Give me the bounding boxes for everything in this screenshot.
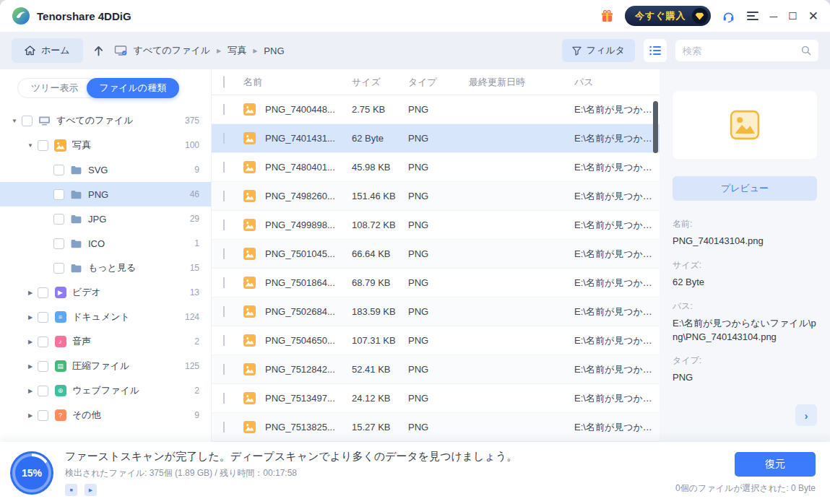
table-row[interactable]: PNG_7512842...52.41 KBPNGE:\名前が見つか… [212, 355, 660, 384]
table-row[interactable]: PNG_7480401...45.98 KBPNGE:\名前が見つか… [212, 153, 660, 182]
breadcrumb-item-all-files[interactable]: すべてのファイル [134, 44, 210, 57]
tree-item-jpg[interactable]: JPG29 [0, 207, 211, 231]
resume-scan-button[interactable]: ▶ [85, 484, 97, 496]
file-size: 66.64 KB [352, 248, 408, 259]
home-button[interactable]: ホーム [12, 38, 83, 63]
maximize-button[interactable]: ☐ [788, 11, 797, 21]
sidebar-tabs: ツリー表示 ファイルの種類 [17, 78, 211, 98]
breadcrumb-item-png[interactable]: PNG [264, 45, 284, 56]
tree-item-checkbox[interactable] [38, 386, 48, 396]
row-checkbox[interactable] [223, 422, 225, 433]
row-checkbox[interactable] [223, 306, 225, 317]
tree-item-ico[interactable]: ICO1 [0, 231, 211, 256]
chevron-right-icon[interactable]: ▶ [23, 314, 38, 321]
tree-item-audio[interactable]: ▶♪音声2 [0, 329, 211, 354]
tree-item-documents[interactable]: ▶≡ドキュメント124 [0, 305, 211, 329]
tree-item-checkbox[interactable] [53, 189, 64, 200]
buy-now-button[interactable]: 今すぐ購入 [625, 6, 711, 26]
select-all-checkbox[interactable] [223, 76, 225, 88]
menu-icon[interactable] [746, 11, 759, 21]
tree-item-video[interactable]: ▶▶ビデオ13 [0, 280, 211, 305]
recover-button[interactable]: 復元 [735, 452, 816, 477]
footer-bar: 15% ファーストスキャンが完了した。ディープスキャンでより多くのデータを見つけ… [0, 442, 830, 504]
scrollbar-thumb[interactable] [653, 101, 658, 153]
up-arrow-icon[interactable] [93, 45, 104, 56]
tree-item-svg[interactable]: SVG9 [0, 157, 211, 182]
image-placeholder-icon [730, 110, 760, 140]
tree-item-archive[interactable]: ▶▤圧縮ファイル125 [0, 354, 211, 378]
gift-icon[interactable] [600, 9, 614, 23]
file-details: 名前: PNG_740143104.png サイズ: 62 Byte パス: E… [673, 218, 817, 385]
tree-item-all-files[interactable]: ▼すべてのファイル375 [0, 108, 211, 133]
scan-progress-percent: 15% [22, 467, 42, 479]
tree-item-checkbox[interactable] [53, 238, 64, 249]
file-name: PNG_7499898... [265, 220, 352, 230]
row-checkbox[interactable] [223, 277, 225, 288]
table-row[interactable]: PNG_7498260...151.46 KBPNGE:\名前が見つか… [212, 182, 660, 211]
tree-item-more[interactable]: もっと見る15 [0, 256, 211, 280]
support-icon[interactable] [722, 9, 735, 23]
row-checkbox[interactable] [223, 248, 225, 259]
table-row[interactable]: PNG_7513825...15.27 KBPNGE:\名前が見つか… [212, 413, 660, 442]
column-header-size[interactable]: サイズ [352, 76, 408, 89]
tab-tree-view[interactable]: ツリー表示 [17, 78, 98, 98]
chevron-right-icon[interactable]: ▶ [23, 412, 38, 419]
row-checkbox[interactable] [223, 133, 225, 144]
detail-path-value: E:\名前が見つからないファイル\png\PNG_740143104.png [673, 317, 817, 344]
table-row[interactable]: PNG_7502684...183.59 KBPNGE:\名前が見つか… [212, 297, 660, 326]
tab-file-type[interactable]: ファイルの種類 [87, 78, 180, 98]
column-header-path[interactable]: パス [574, 76, 660, 89]
chevron-right-icon[interactable]: ▶ [23, 339, 38, 345]
breadcrumb-item-photos[interactable]: 写真 [228, 44, 246, 57]
table-row[interactable]: PNG_7501045...66.64 KBPNGE:\名前が見つか… [212, 240, 660, 269]
row-checkbox[interactable] [223, 220, 225, 230]
tree-item-checkbox[interactable] [38, 312, 48, 323]
tree-item-checkbox[interactable] [53, 165, 64, 175]
filter-button[interactable]: フィルタ [562, 39, 635, 62]
tree-item-checkbox[interactable] [53, 214, 64, 225]
tree-item-checkbox[interactable] [38, 140, 48, 151]
tree-item-checkbox[interactable] [38, 361, 48, 372]
tree-item-checkbox[interactable] [22, 116, 33, 126]
column-header-type[interactable]: タイプ [408, 76, 469, 89]
row-checkbox[interactable] [223, 335, 225, 346]
column-header-name[interactable]: 名前 [243, 76, 352, 89]
next-file-button[interactable]: › [795, 404, 817, 426]
table-row[interactable]: PNG_7499898...108.72 KBPNGE:\名前が見つか… [212, 211, 660, 240]
table-row[interactable]: PNG_7504650...107.31 KBPNGE:\名前が見つか… [212, 326, 660, 355]
tree-item-checkbox[interactable] [38, 410, 48, 421]
search-icon[interactable] [801, 45, 811, 56]
tree-item-count: 1 [194, 238, 211, 248]
stop-scan-button[interactable]: ■ [65, 484, 77, 496]
table-row[interactable]: PNG_7501864...68.79 KBPNGE:\名前が見つか… [212, 269, 660, 297]
tree-item-photos[interactable]: ▼写真100 [0, 133, 211, 157]
file-size: 24.12 KB [352, 393, 408, 404]
row-checkbox[interactable] [223, 393, 225, 404]
column-header-modified[interactable]: 最終更新日時 [469, 76, 574, 89]
tree-item-other[interactable]: ▶?その他9 [0, 403, 211, 427]
row-checkbox[interactable] [223, 104, 225, 115]
preview-button[interactable]: プレビュー [673, 176, 817, 201]
table-row[interactable]: PNG_7401431...62 BytePNGE:\名前が見つか… [212, 124, 660, 153]
row-checkbox[interactable] [223, 364, 225, 375]
chevron-right-icon[interactable]: ▶ [23, 363, 38, 370]
chevron-down-icon[interactable]: ▼ [7, 118, 22, 124]
selection-info: 0個のファイルが選択された: 0 Byte [675, 482, 816, 495]
minimize-button[interactable]: ─ [770, 11, 778, 22]
tree-item-checkbox[interactable] [53, 263, 64, 274]
table-row[interactable]: PNG_7513497...24.12 KBPNGE:\名前が見つか… [212, 384, 660, 413]
tree-item-checkbox[interactable] [38, 336, 48, 347]
tree-item-png[interactable]: PNG46 [0, 182, 211, 207]
search-input[interactable] [683, 45, 801, 56]
row-checkbox[interactable] [223, 162, 225, 173]
tree-item-checkbox[interactable] [38, 287, 48, 298]
tree-item-web[interactable]: ▶⊕ウェブファイル2 [0, 378, 211, 403]
table-row[interactable]: PNG_7400448...2.75 KBPNGE:\名前が見つか… [212, 95, 660, 124]
row-checkbox[interactable] [223, 191, 225, 201]
list-view-button[interactable] [644, 39, 667, 62]
chevron-down-icon[interactable]: ▼ [23, 142, 38, 149]
close-button[interactable]: ✕ [808, 10, 818, 22]
chevron-right-icon[interactable]: ▶ [23, 290, 38, 296]
chevron-right-icon[interactable]: ▶ [23, 388, 38, 394]
table-scrollbar[interactable] [652, 98, 658, 439]
